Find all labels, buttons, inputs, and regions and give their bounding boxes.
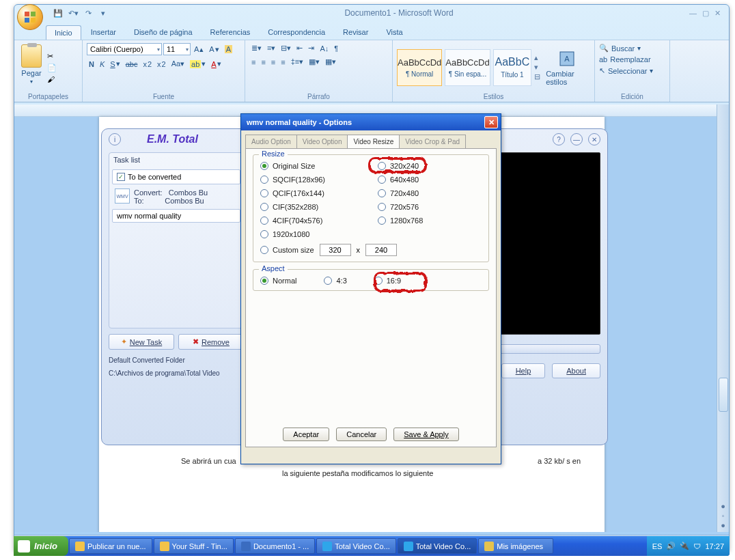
tab-correspondencia[interactable]: Correspondencia	[260, 25, 333, 40]
scrollbar-thumb[interactable]	[719, 378, 728, 412]
redo-icon[interactable]: ↷	[83, 8, 94, 18]
indent-icon[interactable]: ⇥	[306, 43, 316, 53]
styles-scroll-up[interactable]: ▴	[534, 53, 540, 62]
select-button[interactable]: ↖Seleccionar▾	[599, 66, 665, 76]
font-color-button[interactable]: A▾	[209, 59, 223, 69]
tab-video-crop[interactable]: Video Crop & Pad	[399, 135, 466, 148]
system-tray[interactable]: ES 🔊 🔌 🛡 17:27	[647, 536, 730, 556]
tray-icon[interactable]: 🔌	[680, 542, 689, 550]
style-titulo1[interactable]: AaBbCTítulo 1	[493, 49, 532, 86]
cancel-button[interactable]: Cancelar	[336, 428, 387, 441]
tab-inicio[interactable]: Inicio	[46, 25, 81, 40]
office-button[interactable]	[17, 4, 43, 30]
bold-button[interactable]: N	[87, 59, 96, 69]
language-indicator[interactable]: ES	[652, 542, 663, 550]
vertical-scrollbar[interactable]: ● ◦ ●	[717, 104, 729, 532]
custom-width-input[interactable]	[320, 244, 351, 256]
subscript-button[interactable]: x2	[141, 59, 154, 69]
grow-font-icon[interactable]: A▴	[192, 44, 206, 55]
taskbar-item-1[interactable]: Publicar un nue...	[69, 538, 152, 554]
paste-button[interactable]: Pegar ▾	[18, 43, 44, 92]
radio-aspect-43[interactable]: 4:3	[324, 277, 346, 285]
borders-icon[interactable]: ▦▾	[323, 57, 338, 67]
maximize-icon[interactable]: ▢	[702, 9, 709, 18]
radio-720x480[interactable]: 720x480	[378, 189, 482, 197]
replace-button[interactable]: abReemplazar	[599, 55, 665, 64]
save-apply-button[interactable]: Save & Apply	[393, 428, 458, 441]
radio-sqcif[interactable]: SQCIF(128x96)	[260, 176, 364, 184]
em-minimize-icon[interactable]: —	[570, 133, 583, 145]
style-sin-espacio[interactable]: AaBbCcDd¶ Sin espa...	[445, 49, 490, 86]
radio-640x480[interactable]: 640x480	[378, 176, 482, 184]
help-button[interactable]: Help	[501, 363, 546, 378]
show-marks-icon[interactable]: ¶	[332, 44, 340, 53]
align-center-icon[interactable]: ≡	[259, 57, 267, 67]
multilevel-icon[interactable]: ⊟▾	[279, 43, 293, 53]
new-task-button[interactable]: ✦New Task	[109, 334, 174, 350]
radio-720x576[interactable]: 720x576	[378, 203, 482, 211]
radio-original-size[interactable]: Original Size	[260, 162, 364, 170]
dialog-close-button[interactable]: ✕	[484, 116, 498, 128]
tab-vista[interactable]: Vista	[378, 25, 411, 40]
close-icon[interactable]: ✕	[715, 9, 721, 18]
shading-icon[interactable]: ▦▾	[307, 57, 322, 67]
next-page-icon[interactable]: ●	[721, 521, 725, 529]
to-be-converted-checkbox[interactable]: ✓ To be converted	[112, 169, 240, 184]
tray-icon[interactable]: 🛡	[693, 542, 701, 550]
tab-video-option[interactable]: Video Option	[296, 135, 348, 148]
prev-page-icon[interactable]: ●	[721, 502, 725, 510]
radio-aspect-169[interactable]: 16:9	[374, 277, 401, 285]
minimize-icon[interactable]: —	[689, 9, 697, 18]
accept-button[interactable]: Aceptar	[283, 428, 329, 441]
italic-button[interactable]: K	[98, 59, 107, 69]
styles-scroll-down[interactable]: ▾	[534, 63, 540, 72]
radio-1920x1080[interactable]: 1920x1080	[260, 230, 364, 238]
copy-icon[interactable]: 📄	[47, 64, 57, 72]
align-right-icon[interactable]: ≡	[269, 57, 277, 67]
tab-revisar[interactable]: Revisar	[335, 25, 376, 40]
change-case-button[interactable]: Aa▾	[169, 59, 186, 69]
taskbar-item-3[interactable]: Documento1 - ...	[235, 538, 315, 554]
tab-audio-option[interactable]: Audio Option	[245, 135, 297, 148]
radio-1280x768[interactable]: 1280x768	[378, 216, 482, 225]
browse-object-icon[interactable]: ◦	[722, 512, 725, 520]
font-name-dropdown[interactable]: Calibri (Cuerpo)	[87, 43, 162, 55]
tab-diseno[interactable]: Diseño de página	[126, 25, 201, 40]
radio-4cif[interactable]: 4CIF(704x576)	[260, 216, 364, 225]
taskbar-item-6[interactable]: Mis imágenes	[478, 538, 553, 554]
radio-custom-size[interactable]: Custom size	[260, 246, 314, 254]
taskbar-item-5[interactable]: Total Video Co...	[398, 538, 477, 554]
radio-cif[interactable]: CIF(352x288)	[260, 203, 364, 211]
qat-more-icon[interactable]: ▾	[98, 8, 109, 18]
styles-more[interactable]: ⊟	[534, 72, 540, 81]
justify-icon[interactable]: ≡	[279, 57, 287, 67]
style-normal[interactable]: AaBbCcDd¶ Normal	[397, 49, 442, 86]
tab-video-resize[interactable]: Video Resize	[347, 135, 400, 148]
save-icon[interactable]: 💾	[53, 8, 64, 18]
taskbar-item-4[interactable]: Total Video Co...	[316, 538, 396, 554]
tab-referencias[interactable]: Referencias	[202, 25, 259, 40]
radio-qcif[interactable]: QCIF(176x144)	[260, 189, 364, 197]
start-button[interactable]: Inicio	[14, 536, 68, 556]
radio-320x240[interactable]: 320x240	[378, 162, 482, 170]
em-close-icon[interactable]: ✕	[588, 133, 600, 145]
custom-height-input[interactable]	[365, 244, 397, 256]
taskbar-item-2[interactable]: Your Stuff - Tin...	[154, 538, 234, 554]
line-spacing-icon[interactable]: ‡≡▾	[289, 57, 306, 67]
info-icon[interactable]: i	[109, 133, 121, 145]
tab-insertar[interactable]: Insertar	[83, 25, 124, 40]
align-left-icon[interactable]: ≡	[249, 57, 258, 67]
shrink-font-icon[interactable]: A▾	[207, 44, 221, 55]
help-icon[interactable]: ?	[553, 133, 565, 145]
bullets-icon[interactable]: ≣▾	[249, 43, 264, 53]
cut-icon[interactable]: ✂	[47, 52, 57, 61]
clear-format-icon[interactable]: A	[223, 44, 234, 54]
outdent-icon[interactable]: ⇤	[294, 43, 305, 53]
underline-button[interactable]: S▾	[108, 59, 122, 69]
tray-icon[interactable]: 🔊	[666, 542, 676, 550]
superscript-button[interactable]: x2	[155, 59, 168, 69]
format-painter-icon[interactable]: 🖌	[47, 75, 57, 83]
highlight-button[interactable]: ab▾	[188, 59, 208, 69]
numbering-icon[interactable]: ≡▾	[265, 43, 277, 53]
radio-aspect-normal[interactable]: Normal	[260, 277, 296, 285]
